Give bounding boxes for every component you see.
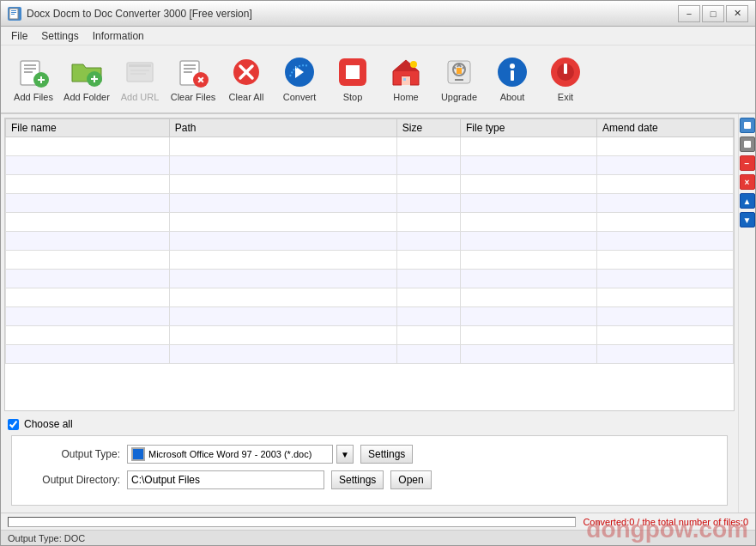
svg-point-45 [510, 64, 515, 69]
right-sidebar: − × ▲ ▼ [738, 114, 755, 513]
svg-rect-50 [744, 122, 751, 129]
table-row [6, 194, 734, 213]
svg-rect-10 [40, 76, 42, 83]
menu-bar: File Settings Information [1, 27, 755, 46]
menu-settings[interactable]: Settings [34, 28, 85, 44]
progress-bar [8, 517, 576, 527]
close-button[interactable]: ✕ [726, 5, 748, 22]
exit-label: Exit [558, 92, 573, 103]
about-button[interactable]: About [487, 48, 538, 110]
stop-icon [335, 54, 371, 90]
svg-line-42 [463, 67, 464, 69]
output-dir-settings-button[interactable]: Settings [331, 470, 384, 489]
clear-all-button[interactable]: Clear All [221, 48, 272, 110]
toolbar: Add Files Add Folder [1, 46, 755, 114]
choose-all-checkbox[interactable] [8, 419, 19, 430]
table-row [6, 251, 734, 270]
window-controls: − □ ✕ [678, 5, 748, 22]
about-label: About [500, 92, 525, 103]
output-type-value: Microsoft Office Word 97 - 2003 (*.doc) [148, 449, 329, 459]
sidebar-btn-2[interactable] [740, 136, 755, 152]
output-type-select[interactable]: Microsoft Office Word 97 - 2003 (*.doc) [127, 445, 333, 464]
sidebar-btn-cross[interactable]: × [740, 174, 755, 190]
svg-rect-21 [184, 71, 192, 73]
maximize-button[interactable]: □ [702, 5, 724, 22]
table-row [6, 156, 734, 175]
output-type-label: Output Type: [26, 448, 120, 460]
table-row [6, 175, 734, 194]
window-title: Docx Docm to Doc Converter 3000 [Free ve… [27, 8, 252, 20]
status-converted: Converted:0 / the total number of files:… [583, 517, 748, 527]
minimize-button[interactable]: − [678, 5, 700, 22]
clear-files-button[interactable]: Clear Files [167, 48, 219, 110]
upgrade-button[interactable]: Upgrade [433, 48, 485, 110]
add-files-button[interactable]: Add Files [8, 48, 59, 110]
svg-rect-3 [11, 14, 15, 15]
stop-button[interactable]: Stop [327, 48, 378, 110]
svg-rect-20 [184, 68, 196, 70]
convert-button[interactable]: Convert [274, 48, 325, 110]
exit-icon [547, 54, 584, 90]
add-url-button: Add URL [114, 48, 166, 110]
output-type-status-bar: Output Type: DOC [1, 530, 755, 545]
table-row [6, 307, 734, 326]
choose-all-label[interactable]: Choose all [24, 418, 73, 430]
col-path: Path [169, 119, 396, 137]
convert-label: Convert [283, 92, 317, 103]
home-button[interactable]: Home [380, 48, 432, 110]
dropdown-arrow[interactable]: ▼ [336, 445, 354, 464]
upgrade-label: Upgrade [441, 92, 477, 103]
output-type-row: Output Type: Microsoft Office Word 97 - … [26, 445, 713, 464]
open-button[interactable]: Open [390, 470, 431, 489]
svg-rect-43 [457, 68, 462, 74]
clear-all-label: Clear All [229, 92, 264, 103]
menu-information[interactable]: Information [86, 28, 151, 44]
svg-rect-17 [130, 73, 146, 75]
table-row [6, 288, 734, 307]
svg-rect-6 [24, 68, 36, 70]
output-dir-input[interactable] [127, 470, 324, 489]
home-label: Home [393, 92, 418, 103]
sidebar-btn-up[interactable]: ▲ [740, 193, 755, 209]
svg-rect-46 [511, 70, 514, 81]
output-type-dropdown: Microsoft Office Word 97 - 2003 (*.doc) … [127, 445, 354, 464]
app-icon [8, 7, 21, 21]
exit-button[interactable]: Exit [540, 48, 591, 110]
home-icon [388, 54, 424, 90]
add-url-icon [122, 54, 158, 90]
add-folder-icon [69, 54, 105, 90]
convert-icon [281, 54, 318, 90]
svg-rect-51 [744, 141, 751, 148]
sidebar-btn-1[interactable] [740, 118, 755, 133]
table-row [6, 137, 734, 156]
sidebar-btn-down[interactable]: ▼ [740, 212, 755, 228]
title-bar: Docx Docm to Doc Converter 3000 [Free ve… [1, 1, 755, 27]
col-amenddate: Amend date [596, 119, 733, 137]
status-bar: Converted:0 / the total number of files:… [1, 513, 755, 530]
svg-rect-34 [403, 78, 406, 81]
sidebar-btn-minus[interactable]: − [740, 155, 755, 171]
col-filename: File name [6, 119, 170, 137]
add-files-icon [15, 54, 51, 90]
table-row [6, 345, 734, 364]
output-type-status: Output Type: DOC [8, 533, 85, 543]
add-folder-button[interactable]: Add Folder [61, 48, 112, 110]
about-icon [494, 54, 530, 90]
svg-rect-19 [184, 64, 196, 66]
stop-label: Stop [343, 92, 363, 103]
output-dir-row: Output Directory: Settings Open [26, 470, 713, 489]
file-table: File name Path Size File type Amend date [5, 118, 734, 364]
clear-files-icon [175, 54, 211, 90]
svg-rect-16 [130, 70, 149, 71]
upgrade-icon [441, 54, 477, 90]
svg-rect-13 [94, 76, 95, 82]
menu-file[interactable]: File [4, 28, 34, 44]
col-size: Size [396, 119, 460, 137]
word-icon [131, 447, 145, 461]
settings-box: Output Type: Microsoft Office Word 97 - … [11, 435, 728, 506]
svg-rect-30 [346, 65, 360, 79]
add-folder-label: Add Folder [64, 92, 110, 103]
svg-point-35 [410, 61, 417, 68]
output-type-settings-button[interactable]: Settings [360, 445, 413, 464]
table-row [6, 326, 734, 345]
